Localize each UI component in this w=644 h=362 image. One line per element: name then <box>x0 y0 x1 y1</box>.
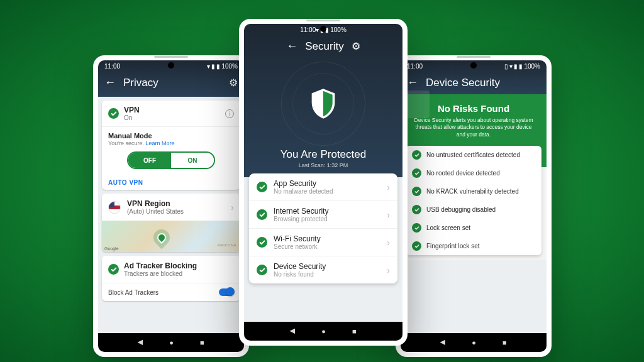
risk-item: Lock screen set <box>406 219 541 237</box>
battery-icon: ▮ <box>216 63 220 70</box>
region-card: VPN Region (Auto) United States › Google… <box>102 194 240 252</box>
ad-tracker-row[interactable]: Ad Tracker Blocking Trackers are blocked <box>102 256 240 283</box>
row-sub: No risks found <box>274 271 380 278</box>
phone-frame-privacy: 11:00 ▾ ▮ ▮ 100% ← Privacy ⚙ VPN <box>93 55 249 357</box>
block-switch[interactable] <box>219 288 234 296</box>
wifi-security-row[interactable]: Wi-Fi Security Secure network › <box>249 229 397 256</box>
header-dark-area: 11:00 ▾ ▮ ▮ 100% ← Security ⚙ You Are <box>244 24 402 177</box>
device-security-row[interactable]: Device Security No risks found › <box>249 256 397 283</box>
risk-label: Fingerprint lock set <box>426 243 479 250</box>
ad-text: Ad Tracker Blocking Trackers are blocked <box>124 261 234 277</box>
map-state-label: ARIZONA <box>218 243 236 247</box>
camera-dot <box>320 26 326 32</box>
chevron-right-icon: › <box>387 238 390 248</box>
spacer <box>401 260 547 333</box>
row-title: App Security <box>274 179 380 188</box>
check-icon <box>412 187 421 196</box>
risk-label: USB debugging disabled <box>426 206 496 213</box>
nav-home-button[interactable]: ● <box>321 327 326 335</box>
risk-label: Lock screen set <box>426 224 470 231</box>
nav-back-button[interactable]: ▶ <box>290 327 295 336</box>
shield-icon <box>309 87 337 120</box>
vpn-region-row[interactable]: VPN Region (Auto) United States › <box>102 194 240 221</box>
flag-icon <box>108 201 121 214</box>
row-text: Wi-Fi Security Secure network <box>274 234 380 250</box>
speaker-slot <box>154 56 188 58</box>
vpn-status: On <box>124 114 220 121</box>
privacy-content: VPN On i Manual Mode You're secure. Lear… <box>98 97 244 333</box>
manual-sub-text: You're secure. <box>108 140 144 146</box>
screen-privacy: 11:00 ▾ ▮ ▮ 100% ← Privacy ⚙ VPN <box>98 60 244 352</box>
battery-percent: 100% <box>330 26 347 33</box>
block-ad-trackers-row: Block Ad Trackers <box>102 283 240 301</box>
page-title: Security <box>305 40 343 53</box>
screen-security: 11:00 ▾ ▮ ▮ 100% ← Security ⚙ You Are <box>244 24 402 341</box>
nav-back-button[interactable]: ▶ <box>440 339 445 347</box>
row-text: Internet Security Browsing protected <box>274 207 380 222</box>
camera-dot <box>470 62 477 69</box>
signal-icon: ▮ <box>211 63 215 70</box>
app-header: ← Security ⚙ <box>280 35 366 58</box>
vpn-status-row[interactable]: VPN On i <box>102 101 240 127</box>
check-icon <box>257 265 267 275</box>
risk-item: USB debugging disabled <box>406 200 541 219</box>
wifi-icon: ▾ <box>316 26 319 33</box>
toggle-off[interactable]: OFF <box>128 153 171 168</box>
battery-percent: 100% <box>524 63 540 70</box>
row-text: App Security No malware detected <box>274 179 380 195</box>
toggle-on[interactable]: ON <box>171 153 214 168</box>
camera-dot <box>168 62 174 69</box>
shield-ring <box>276 57 370 151</box>
nav-back-button[interactable]: ▶ <box>138 339 143 347</box>
check-icon <box>412 168 421 178</box>
check-icon <box>108 264 119 275</box>
check-icon <box>412 241 421 251</box>
row-title: Wi-Fi Security <box>274 234 380 243</box>
no-risks-heading: No Risks Found <box>409 103 538 114</box>
nav-recent-button[interactable]: ■ <box>502 339 507 346</box>
status-time: 11:00 <box>300 26 316 33</box>
region-map[interactable]: Google ARIZONA <box>102 221 240 252</box>
check-icon <box>257 209 267 220</box>
row-title: Internet Security <box>274 207 380 216</box>
chevron-right-icon: › <box>231 202 234 212</box>
back-button[interactable]: ← <box>407 76 418 89</box>
app-security-row[interactable]: App Security No malware detected › <box>249 173 397 201</box>
back-button[interactable]: ← <box>104 76 116 89</box>
status-time: 11:00 <box>407 63 423 70</box>
row-sub: No malware detected <box>274 188 380 195</box>
nav-home-button[interactable]: ● <box>169 339 174 346</box>
map-attribution: Google <box>104 246 119 251</box>
manual-mode-sub: You're secure. Learn More <box>108 140 234 146</box>
ad-tracker-card: Ad Tracker Blocking Trackers are blocked… <box>102 256 240 301</box>
check-icon <box>412 150 421 160</box>
nav-recent-button[interactable]: ■ <box>200 339 204 346</box>
vpn-text: VPN On <box>124 106 220 121</box>
settings-icon[interactable]: ⚙ <box>352 40 360 52</box>
internet-security-row[interactable]: Internet Security Browsing protected › <box>249 201 397 229</box>
risk-label: No untrusted certificates detected <box>426 151 520 158</box>
status-right: ▯ ▾ ▮ ▮ 100% <box>504 63 540 70</box>
nav-home-button[interactable]: ● <box>472 339 476 346</box>
check-icon <box>108 108 119 119</box>
nav-recent-button[interactable]: ■ <box>352 327 357 335</box>
android-navbar: ▶ ● ■ <box>244 322 402 341</box>
vpn-toggle[interactable]: OFF ON <box>127 151 215 169</box>
battery-percent: 100% <box>221 63 238 70</box>
info-icon[interactable]: i <box>225 109 234 118</box>
last-scan-label: Last Scan: 1:32 PM <box>299 162 348 168</box>
learn-more-link[interactable]: Learn More <box>145 140 174 146</box>
block-label: Block Ad Trackers <box>108 289 158 296</box>
screen-device-security: 11:00 ▯ ▾ ▮ ▮ 100% ← Device Security No … <box>401 60 547 352</box>
check-icon <box>412 223 421 233</box>
security-content: App Security No malware detected › Inter… <box>244 177 402 322</box>
auto-vpn-label[interactable]: AUTO VPN <box>102 175 240 190</box>
back-button[interactable]: ← <box>286 40 297 53</box>
risk-label: No KRACK vulnerability detected <box>426 188 519 195</box>
security-list-card: App Security No malware detected › Inter… <box>249 173 397 283</box>
page-title: Privacy <box>123 77 221 89</box>
risk-label: No rooted device detected <box>426 170 500 177</box>
settings-icon[interactable]: ⚙ <box>229 77 238 89</box>
risk-item: No rooted device detected <box>406 164 541 182</box>
check-icon <box>257 237 267 248</box>
